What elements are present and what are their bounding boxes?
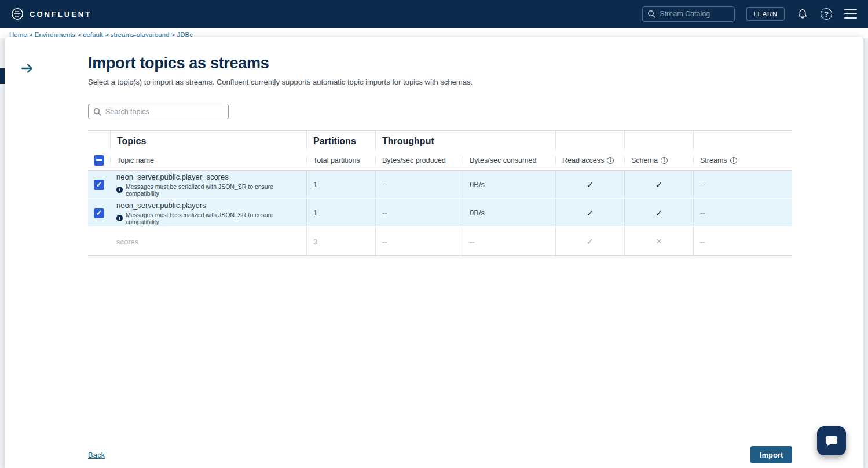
- info-icon: [116, 215, 123, 221]
- back-link[interactable]: Back: [88, 451, 105, 459]
- topic-name: neon_server.public.players: [116, 201, 206, 210]
- stream-catalog-search[interactable]: [642, 6, 735, 22]
- bytes-produced-value: --: [375, 228, 463, 255]
- confluent-logo-icon: [10, 7, 24, 21]
- streams-value: --: [693, 171, 792, 198]
- column-header-schema: Schema: [624, 156, 693, 164]
- panel-footer: Back Import: [88, 445, 792, 464]
- column-header-bytes-consumed: Bytes/sec consumed: [463, 156, 555, 164]
- import-button[interactable]: Import: [750, 446, 792, 463]
- row-checkbox[interactable]: [94, 180, 104, 190]
- column-header-streams: Streams: [693, 156, 792, 164]
- topics-table: Topics Partitions Throughput Topic name …: [88, 130, 792, 256]
- table-header: Topics Partitions Throughput Topic name …: [88, 131, 792, 171]
- topic-name: scores: [116, 237, 138, 246]
- top-navbar: CONFLUENT LEARN: [0, 0, 868, 28]
- bytes-consumed-value: --: [463, 228, 555, 255]
- page-subtitle: Select a topic(s) to import as streams. …: [88, 78, 792, 86]
- read-access-check: ✓: [555, 199, 624, 226]
- stream-catalog-input[interactable]: [660, 10, 730, 18]
- group-header-partitions: Partitions: [306, 131, 375, 150]
- schema-check: ✓: [624, 199, 693, 226]
- streams-value: --: [693, 228, 792, 255]
- confluent-logo[interactable]: CONFLUENT: [10, 7, 91, 21]
- topic-note: Messages must be serialized with JSON_SR…: [116, 183, 306, 197]
- table-row-player-scores[interactable]: neon_server.public.player_scores Message…: [88, 171, 792, 199]
- search-icon: [93, 108, 101, 116]
- info-icon[interactable]: [730, 157, 737, 164]
- column-header-read-access: Read access: [555, 156, 624, 164]
- chat-bubble-icon: [824, 433, 839, 448]
- collapse-panel-arrow-icon[interactable]: [19, 60, 36, 77]
- page-title: Import topics as streams: [88, 54, 792, 72]
- schema-cross: ×: [624, 228, 693, 255]
- search-topics-input[interactable]: [105, 108, 224, 116]
- learn-button[interactable]: LEARN: [746, 7, 785, 21]
- menu-hamburger-icon[interactable]: [844, 9, 858, 19]
- select-all-checkbox[interactable]: [94, 155, 104, 166]
- read-access-check: ✓: [555, 171, 624, 198]
- table-row-players[interactable]: neon_server.public.players Messages must…: [88, 199, 792, 228]
- partitions-value: 1: [306, 171, 375, 198]
- streams-value: --: [693, 199, 792, 226]
- info-icon[interactable]: [607, 157, 614, 164]
- chat-button[interactable]: [817, 426, 846, 455]
- schema-check: ✓: [624, 171, 693, 198]
- table-row-scores: scores 3 -- -- ✓ × --: [88, 228, 792, 256]
- help-icon[interactable]: [821, 8, 832, 20]
- bytes-consumed-value: 0B/s: [463, 199, 555, 226]
- group-header-throughput: Throughput: [375, 131, 555, 150]
- info-icon: [116, 187, 123, 193]
- bytes-consumed-value: 0B/s: [463, 171, 555, 198]
- partitions-value: 3: [306, 228, 375, 255]
- import-topics-panel: Import topics as streams Select a topic(…: [5, 37, 863, 468]
- notifications-bell-icon[interactable]: [796, 8, 809, 20]
- topic-name: neon_server.public.player_scores: [116, 173, 229, 181]
- search-topics-field[interactable]: [88, 104, 229, 119]
- read-access-check: ✓: [555, 228, 624, 255]
- column-header-topic-name: Topic name: [110, 156, 306, 164]
- brand-text: CONFLUENT: [30, 10, 91, 19]
- group-header-topics: Topics: [110, 131, 306, 150]
- info-icon[interactable]: [661, 157, 668, 164]
- bytes-produced-value: --: [375, 171, 463, 198]
- column-header-bytes-produced: Bytes/sec produced: [375, 156, 463, 164]
- column-header-total-partitions: Total partitions: [306, 156, 375, 164]
- bytes-produced-value: --: [375, 199, 463, 226]
- partitions-value: 1: [306, 199, 375, 226]
- search-icon: [647, 10, 655, 18]
- row-checkbox[interactable]: [94, 208, 104, 218]
- topic-note: Messages must be serialized with JSON_SR…: [116, 211, 306, 225]
